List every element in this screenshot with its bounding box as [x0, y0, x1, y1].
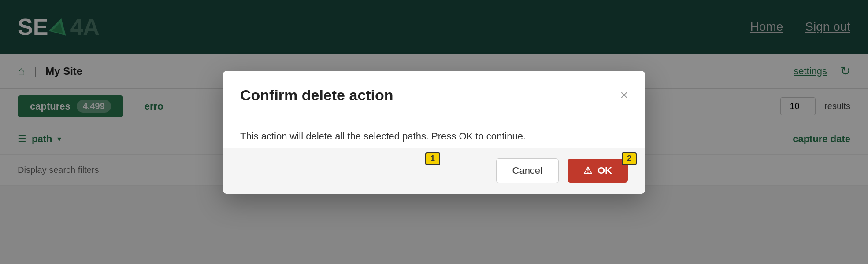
modal-close-button[interactable]: ×: [620, 88, 628, 102]
modal-title: Confirm delete action: [240, 87, 393, 104]
modal-overlay: Confirm delete action × This action will…: [0, 0, 868, 264]
modal-message: This action will delete all the selected…: [240, 129, 628, 143]
badge-1: 1: [425, 152, 440, 165]
modal: Confirm delete action × This action will…: [223, 71, 645, 194]
badge-2: 2: [622, 152, 637, 165]
modal-body: This action will delete all the selected…: [223, 113, 645, 148]
modal-header: Confirm delete action ×: [223, 71, 645, 113]
ok-label: OK: [597, 165, 612, 176]
cancel-button[interactable]: Cancel: [496, 158, 559, 183]
modal-footer: 1 Cancel ⚠ OK 2: [223, 148, 645, 194]
warning-icon: ⚠: [583, 165, 592, 176]
ok-button[interactable]: ⚠ OK: [568, 159, 628, 183]
